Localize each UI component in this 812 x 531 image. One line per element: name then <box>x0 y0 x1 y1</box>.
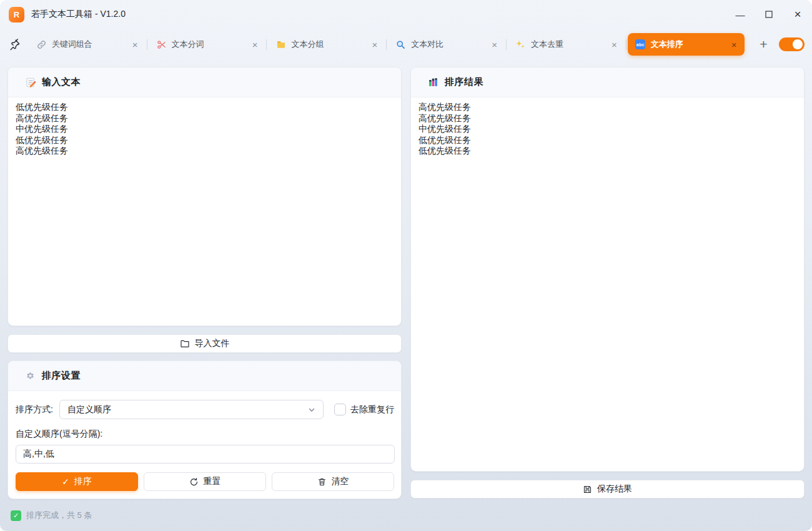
tab-label: 文本分组 <box>291 39 370 50</box>
plus-icon: + <box>760 37 767 51</box>
folder-open-icon <box>180 339 190 349</box>
settings-body: 排序方式: 自定义顺序 去除重复行 自定义顺序(逗号分隔): ✓ 排序 <box>8 391 401 499</box>
tab-separator <box>266 39 267 50</box>
maximize-button[interactable] <box>755 0 783 29</box>
tab-text-dedupe[interactable]: 文本去重 × <box>508 33 625 56</box>
sort-result-panel: 排序结果 高优先级任务 高优先级任务 中优先级任务 低优先级任务 低优先级任务 <box>410 67 805 472</box>
tab-text-compare[interactable]: 文本对比 × <box>388 33 505 56</box>
pushpin-icon <box>9 39 21 51</box>
status-bar: ✓ 排序完成，共 5 条 <box>11 510 92 521</box>
close-icon: × <box>794 7 801 21</box>
reset-button[interactable]: 重置 <box>144 472 266 491</box>
tab-label: 关键词组合 <box>52 39 131 50</box>
pin-button[interactable] <box>7 37 22 52</box>
sort-mode-label: 排序方式: <box>16 404 53 415</box>
tab-separator <box>506 39 507 50</box>
trash-icon <box>317 477 327 487</box>
tab-close-icon[interactable]: × <box>490 40 498 49</box>
tab-close-icon[interactable]: × <box>131 40 139 49</box>
theme-toggle[interactable] <box>779 37 805 51</box>
magnifier-icon <box>395 39 406 50</box>
custom-order-input[interactable] <box>16 445 395 464</box>
input-textarea[interactable]: 低优先级任务 高优先级任务 中优先级任务 低优先级任务 高优先级任务 <box>8 97 401 326</box>
sort-button-label: 排序 <box>74 476 92 487</box>
tab-label: 文本分词 <box>172 39 251 50</box>
tab-separator <box>147 39 147 50</box>
add-tab-button[interactable]: + <box>756 37 772 52</box>
link-icon <box>36 39 47 50</box>
chevron-down-icon <box>308 406 315 414</box>
scissors-icon <box>156 39 167 50</box>
save-icon <box>583 485 592 494</box>
input-panel-title: 输入文本 <box>42 76 81 88</box>
app-logo-icon: R <box>9 7 24 22</box>
memo-icon <box>24 76 36 88</box>
status-text: 排序完成，共 5 条 <box>26 510 92 521</box>
clear-button[interactable]: 清空 <box>272 472 394 491</box>
save-result-label: 保存结果 <box>597 484 632 495</box>
abc-sort-icon: abc <box>635 39 646 50</box>
result-textarea[interactable]: 高优先级任务 高优先级任务 中优先级任务 低优先级任务 低优先级任务 <box>411 97 804 472</box>
title-bar: R 若手文本工具箱 - V1.2.0 — × <box>0 0 812 29</box>
maximize-icon <box>765 11 773 18</box>
settings-panel-title: 排序设置 <box>42 370 81 382</box>
folder-icon <box>275 39 286 50</box>
sort-settings-panel: 排序设置 排序方式: 自定义顺序 去除重复行 自定义顺序(逗号分隔): ✓ 排 <box>7 360 402 499</box>
success-check-icon: ✓ <box>11 510 21 521</box>
tab-keyword-combo[interactable]: 关键词组合 × <box>29 33 146 56</box>
import-file-label: 导入文件 <box>195 338 230 349</box>
reset-button-label: 重置 <box>204 476 221 487</box>
tab-text-group[interactable]: 文本分组 × <box>268 33 385 56</box>
settings-panel-header: 排序设置 <box>8 361 401 391</box>
result-panel-header: 排序结果 <box>411 67 804 97</box>
save-result-button[interactable]: 保存结果 <box>410 480 805 499</box>
window-controls: — × <box>726 0 812 29</box>
gear-icon <box>24 370 36 382</box>
tab-text-segment[interactable]: 文本分词 × <box>149 33 265 56</box>
sort-button[interactable]: ✓ 排序 <box>16 472 138 491</box>
tab-text-sort-active[interactable]: abc 文本排序 × <box>628 33 745 56</box>
tab-close-icon[interactable]: × <box>370 40 379 49</box>
import-file-button[interactable]: 导入文件 <box>7 334 402 353</box>
custom-order-label: 自定义顺序(逗号分隔): <box>16 429 394 440</box>
minimize-icon: — <box>736 9 745 20</box>
input-text-panel: 输入文本 低优先级任务 高优先级任务 中优先级任务 低优先级任务 高优先级任务 <box>7 67 402 326</box>
toggle-knob <box>793 39 803 49</box>
tab-bar: 关键词组合 × 文本分词 × 文本分组 × 文本对比 × <box>0 30 812 59</box>
bar-chart-icon <box>427 76 439 88</box>
tab-label: 文本对比 <box>411 39 490 50</box>
check-icon: ✓ <box>62 477 69 487</box>
tab-separator <box>626 39 626 50</box>
dedupe-label: 去除重复行 <box>350 404 394 415</box>
tab-close-icon[interactable]: × <box>730 40 738 49</box>
window-title: 若手文本工具箱 - V1.2.0 <box>31 9 126 20</box>
clear-button-label: 清空 <box>332 476 349 487</box>
sort-mode-select[interactable]: 自定义顺序 <box>59 400 324 419</box>
sparkles-icon <box>515 39 526 50</box>
minimize-button[interactable]: — <box>726 0 755 29</box>
refresh-icon <box>189 477 199 487</box>
tab-label: 文本去重 <box>531 39 610 50</box>
tab-separator <box>386 39 387 50</box>
close-button[interactable]: × <box>783 0 812 29</box>
result-panel-title: 排序结果 <box>445 76 483 88</box>
input-panel-header: 输入文本 <box>8 67 401 97</box>
tab-close-icon[interactable]: × <box>251 40 259 49</box>
app-window: R 若手文本工具箱 - V1.2.0 — × 关键词组合 × <box>0 0 812 531</box>
tab-close-icon[interactable]: × <box>610 40 618 49</box>
sort-mode-value: 自定义顺序 <box>67 404 111 415</box>
dedupe-checkbox[interactable] <box>334 404 346 415</box>
tab-label: 文本排序 <box>651 39 730 50</box>
